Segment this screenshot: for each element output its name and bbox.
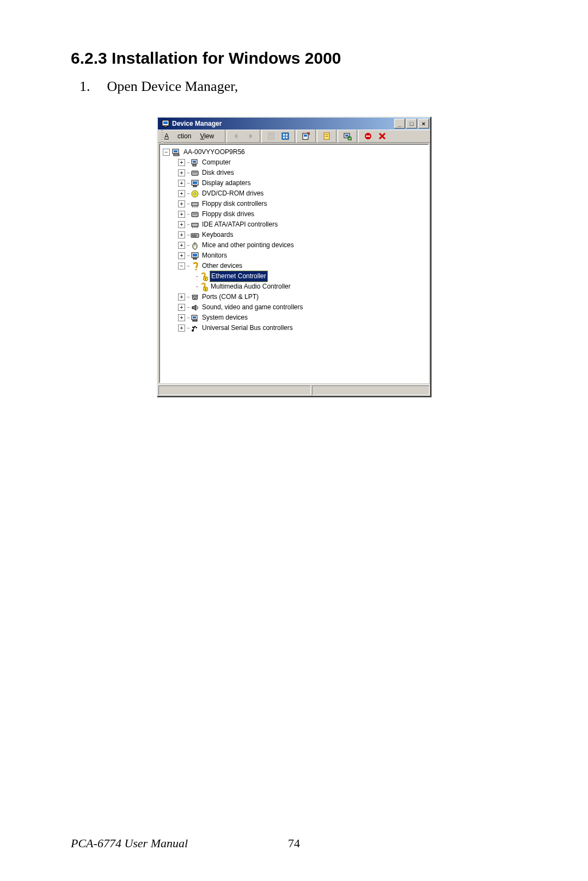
svg-rect-11: [286, 137, 287, 138]
tree-line: ···: [187, 157, 189, 168]
tree-item[interactable]: +···Disk drives: [161, 168, 427, 178]
menu-bar: Action View: [158, 130, 430, 143]
computer-icon: [191, 158, 199, 167]
tree-item[interactable]: +···Mice and other pointing devices: [161, 240, 427, 250]
close-button[interactable]: ×: [418, 119, 429, 129]
tree-label: Other devices: [201, 261, 243, 271]
tree-item[interactable]: +···Universal Serial Bus controllers: [161, 323, 427, 333]
tree-item[interactable]: +···Keyboards: [161, 230, 427, 240]
question-icon: [191, 262, 199, 271]
expand-icon[interactable]: +: [178, 293, 185, 301]
svg-rect-67: [193, 316, 196, 319]
expand-icon[interactable]: +: [178, 231, 185, 238]
tree-label: Sound, video and game controllers: [201, 302, 304, 313]
svg-rect-1: [163, 121, 168, 124]
expand-icon[interactable]: +: [178, 325, 185, 332]
svg-rect-6: [270, 137, 273, 138]
svg-rect-46: [191, 234, 199, 237]
svg-text:!: !: [205, 277, 206, 281]
tree-line: ···: [187, 209, 189, 219]
separator: [315, 130, 317, 143]
collapse-icon[interactable]: −: [163, 149, 170, 156]
expand-icon[interactable]: +: [178, 200, 185, 207]
expand-icon[interactable]: +: [178, 180, 185, 187]
svg-rect-37: [192, 206, 193, 207]
tree-label: Ethernet Controller: [210, 271, 268, 282]
computer-root-icon: [172, 148, 181, 157]
tree-line: ···: [187, 230, 189, 240]
svg-rect-13: [304, 134, 307, 137]
app-icon: [161, 119, 170, 128]
collapse-icon[interactable]: −: [178, 262, 185, 270]
back-icon[interactable]: [230, 130, 243, 143]
tree-label: Disk drives: [201, 168, 235, 178]
cdrom-icon: [191, 189, 199, 198]
menu-action[interactable]: Action: [164, 132, 191, 140]
svg-rect-30: [193, 172, 197, 173]
device-manager-window: Device Manager _ □ × Action View: [157, 117, 431, 397]
expand-icon[interactable]: +: [178, 242, 185, 249]
tree-item[interactable]: +···Display adapters: [161, 178, 427, 188]
svg-rect-32: [193, 181, 197, 184]
svg-rect-24: [174, 150, 177, 152]
expand-icon[interactable]: +: [178, 211, 185, 218]
menu-view[interactable]: View: [200, 132, 214, 140]
svg-rect-9: [286, 134, 287, 136]
grip-icon: [161, 130, 163, 143]
expand-icon[interactable]: +: [178, 169, 185, 176]
tree-line: ···: [187, 261, 189, 271]
mouse-icon: [191, 241, 199, 250]
tree-item[interactable]: +···Monitors: [161, 250, 427, 261]
tree-line: ···: [187, 240, 189, 250]
svg-rect-47: [192, 235, 193, 235]
svg-rect-27: [193, 161, 196, 163]
tree-root[interactable]: −AA-00VYYOOP9R56: [161, 147, 427, 157]
expand-icon[interactable]: +: [178, 304, 185, 311]
tree-item[interactable]: +···Floppy disk drives: [161, 209, 427, 219]
tree-item[interactable]: +···Floppy disk controllers: [161, 199, 427, 209]
step-line: 1. Open Device Manager,: [79, 78, 517, 95]
expand-icon[interactable]: +: [178, 252, 185, 259]
tree-item[interactable]: +···System devices: [161, 313, 427, 323]
svg-rect-38: [194, 206, 195, 207]
tree-label: Ports (COM & LPT): [201, 292, 260, 302]
expand-icon[interactable]: +: [178, 190, 185, 197]
scan-hardware-icon[interactable]: [341, 130, 354, 143]
tree-view[interactable]: −AA-00VYYOOP9R56+···Computer+···Disk dri…: [159, 144, 429, 383]
display-icon: [191, 252, 199, 260]
tree-item[interactable]: −···Other devices: [161, 261, 427, 271]
tree-item[interactable]: +···DVD/CD-ROM drives: [161, 188, 427, 199]
tree-item[interactable]: +···Ports (COM & LPT): [161, 292, 427, 302]
svg-point-71: [192, 326, 193, 327]
tree-label: Multimedia Audio Controller: [210, 282, 292, 292]
tree-item[interactable]: +···IDE ATA/ATAPI controllers: [161, 219, 427, 230]
expand-icon[interactable]: +: [178, 314, 185, 321]
expand-icon[interactable]: +: [178, 159, 185, 166]
minimize-button[interactable]: _: [394, 119, 405, 129]
tree-line: ···: [187, 178, 189, 188]
tree-item[interactable]: +···Sound, video and game controllers: [161, 302, 427, 313]
tree-label: System devices: [201, 313, 249, 323]
tree-item[interactable]: ···!Ethernet Controller: [161, 271, 427, 282]
tree-item[interactable]: +···Computer: [161, 157, 427, 168]
tree-label: Monitors: [201, 250, 228, 261]
disable-icon[interactable]: [362, 130, 375, 143]
refresh-icon[interactable]: [299, 130, 313, 143]
title-bar[interactable]: Device Manager _ □ ×: [158, 118, 430, 130]
properties-icon[interactable]: [320, 130, 333, 143]
clipboard-icon[interactable]: [265, 130, 278, 143]
expand-icon[interactable]: +: [178, 221, 185, 228]
tree-label: Floppy disk drives: [201, 209, 255, 219]
display-icon: [191, 179, 199, 188]
tree-line: ···: [195, 271, 198, 282]
floppy-icon: [191, 210, 199, 219]
usb-icon: [191, 324, 199, 333]
uninstall-icon[interactable]: [376, 130, 389, 143]
maximize-button[interactable]: □: [406, 119, 417, 129]
tree-label: DVD/CD-ROM drives: [201, 188, 265, 199]
forward-icon[interactable]: [244, 130, 257, 143]
keyboard-icon: [191, 231, 199, 240]
show-hidden-icon[interactable]: [279, 130, 292, 143]
tree-item[interactable]: ···!Multimedia Audio Controller: [161, 282, 427, 292]
svg-rect-43: [192, 227, 193, 228]
